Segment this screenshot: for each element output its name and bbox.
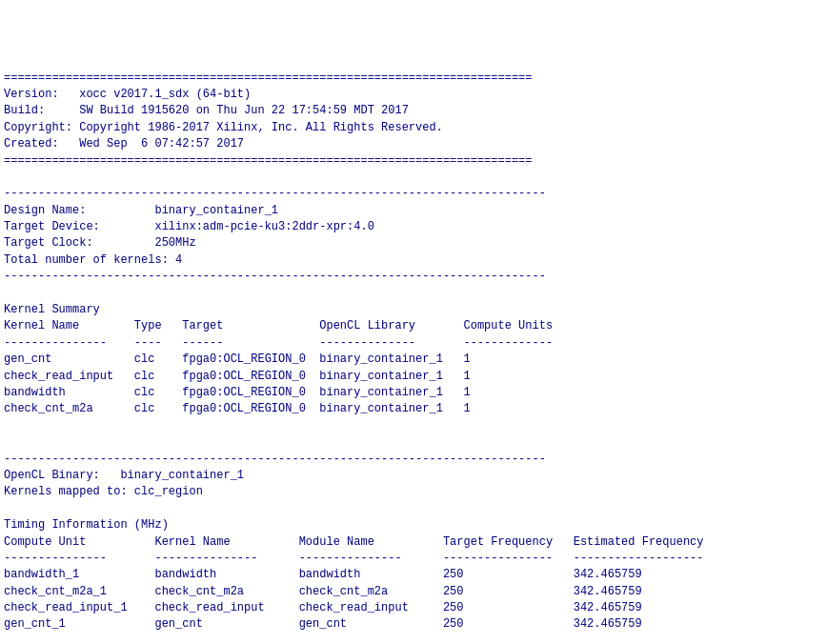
terminal-line: check_read_input_1 check_read_input chec… (4, 600, 823, 616)
terminal-line: ----------------------------------------… (4, 269, 823, 285)
terminal-line: check_cnt_m2a_1 check_cnt_m2a check_cnt_… (4, 584, 823, 600)
terminal-line: Total number of kernels: 4 (4, 252, 823, 269)
terminal-output: ========================================… (4, 70, 823, 644)
terminal-line: Created: Wed Sep 6 07:42:57 2017 (4, 136, 823, 152)
terminal-line: Kernels mapped to: clc_region (4, 484, 823, 500)
terminal-line: Build: SW Build 1915620 on Thu Jun 22 17… (4, 103, 823, 119)
terminal-line: Kernel Name Type Target OpenCL Library C… (4, 318, 823, 334)
terminal-line: Design Name: binary_container_1 (4, 203, 823, 219)
terminal-line: ========================================… (4, 70, 823, 87)
terminal-line: Target Clock: 250MHz (4, 235, 823, 252)
terminal-line: bandwidth_1 bandwidth bandwidth 250 342.… (4, 567, 823, 583)
terminal-line: gen_cnt clc fpga0:OCL_REGION_0 binary_co… (4, 352, 823, 368)
terminal-line: ========================================… (4, 153, 823, 170)
terminal-line: --------------- --------------- --------… (4, 551, 823, 567)
terminal-line (4, 634, 823, 644)
terminal-line: Target Device: xilinx:adm-pcie-ku3:2ddr-… (4, 219, 823, 235)
terminal-line: bandwidth clc fpga0:OCL_REGION_0 binary_… (4, 385, 823, 401)
terminal-line: ----------------------------------------… (4, 186, 823, 202)
terminal-line: --------------- ---- ------ ------------… (4, 335, 823, 352)
terminal-line: gen_cnt_1 gen_cnt gen_cnt 250 342.465759 (4, 616, 823, 633)
terminal-line (4, 418, 823, 434)
terminal-line: check_read_input clc fpga0:OCL_REGION_0 … (4, 369, 823, 385)
terminal-line: Compute Unit Kernel Name Module Name Tar… (4, 534, 823, 551)
terminal-line: Version: xocc v2017.1_sdx (64-bit) (4, 87, 823, 103)
terminal-line: OpenCL Binary: binary_container_1 (4, 468, 823, 484)
terminal-line: Kernel Summary (4, 302, 823, 318)
terminal-line: Timing Information (MHz) (4, 517, 823, 533)
terminal-line: Copyright: Copyright 1986-2017 Xilinx, I… (4, 120, 823, 136)
terminal-line: check_cnt_m2a clc fpga0:OCL_REGION_0 bin… (4, 401, 823, 417)
terminal-line (4, 501, 823, 517)
terminal-line (4, 170, 823, 186)
terminal-line (4, 434, 823, 451)
terminal-line: ----------------------------------------… (4, 452, 823, 468)
terminal-line (4, 286, 823, 302)
